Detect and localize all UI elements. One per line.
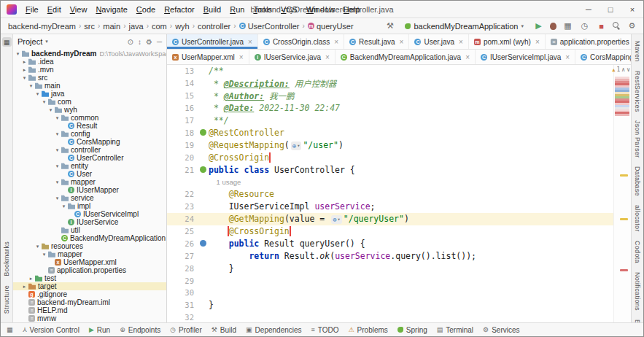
editor-tab-pom-xml-wyh[interactable]: mpom.xml (wyh)× [469, 34, 546, 49]
error-stripe-mark[interactable] [620, 218, 628, 220]
tree-item-controller[interactable]: ▾controller [13, 146, 166, 154]
tree-collapse-icon[interactable]: ▾ [54, 163, 61, 169]
tree-expand-icon[interactable]: ▸ [21, 284, 28, 290]
tree-collapse-icon[interactable]: ▾ [61, 204, 67, 209]
breadcrumb-item-usercontroller[interactable]: CUserController [238, 22, 301, 31]
menu-help[interactable]: Help [339, 1, 365, 18]
tree-item-usercontroller[interactable]: CUserController [13, 154, 166, 162]
tree-expand-icon[interactable]: ▸ [28, 276, 34, 282]
tree-item-main[interactable]: ▾main [13, 82, 166, 90]
settings-gear-icon[interactable]: ⚙ [626, 21, 637, 31]
error-stripe-mark[interactable] [620, 174, 628, 177]
tree-item-com[interactable]: ▾com [13, 98, 166, 106]
status-run[interactable]: ▶Run [89, 326, 110, 334]
tool-stripe-notifications[interactable]: Notifications [634, 272, 641, 311]
run-configuration-dropdown[interactable]: backendMyDreamApplication▾ [401, 20, 527, 32]
tool-stripe-bookmarks[interactable]: Bookmarks [3, 241, 10, 276]
prev-problem-icon[interactable]: ∧ [621, 66, 625, 73]
tree-item-mvn[interactable]: ▸.mvn [13, 66, 166, 74]
tree-collapse-icon[interactable]: ▾ [34, 91, 41, 97]
tree-item-src[interactable]: ▾src [13, 74, 166, 82]
status-spring[interactable]: Spring [397, 326, 427, 334]
status-version-control[interactable]: YVersion Control [23, 326, 79, 334]
tree-item-wyh[interactable]: ▾wyh [13, 106, 166, 114]
status-services[interactable]: ⚙Services [483, 326, 519, 334]
status-dependencies[interactable]: ▣Dependencies [246, 326, 301, 334]
chevron-down-icon[interactable]: ▾ [45, 39, 48, 44]
editor-tab-iuserservice-java[interactable]: IIUserService.java× [249, 50, 335, 64]
tab-close-icon[interactable]: × [325, 53, 330, 61]
editor-tab-iuserserviceimpl-java[interactable]: CIUserServiceImpl.java× [476, 50, 575, 64]
menu-edit[interactable]: Edit [43, 1, 66, 18]
tree-collapse-icon[interactable]: ▾ [54, 115, 61, 121]
tree-item-user[interactable]: CUser [13, 170, 166, 178]
tree-item-gitignore[interactable]: g.gitignore [13, 290, 166, 298]
tab-close-icon[interactable]: × [334, 38, 338, 46]
tree-item-service[interactable]: ▾service [13, 194, 166, 202]
url-inlay-icon[interactable]: ⊕▾ [331, 215, 342, 224]
inspections-widget[interactable]: ▲ 1 ∧ ∨ [612, 66, 630, 73]
tree-expand-icon[interactable]: ▸ [21, 59, 28, 65]
tool-stripe-allocator[interactable]: allocator [634, 205, 641, 232]
tree-item-help-md[interactable]: ≡HELP.md [13, 306, 166, 314]
tree-item-backend-mydream-iml[interactable]: ≡backend-myDream.iml [13, 298, 166, 306]
stop-icon[interactable]: ■ [596, 22, 607, 31]
editor-tab-user-java[interactable]: CUser.java× [409, 34, 469, 49]
next-problem-icon[interactable]: ∨ [626, 66, 630, 73]
tree-item-backend-mydream[interactable]: ▾backend-myDreamD:\Tools\JavaWorkSpace\b… [13, 50, 166, 58]
tree-item-target[interactable]: ▸target [13, 282, 166, 290]
breadcrumb-item-src[interactable]: src [82, 22, 96, 31]
tree-item-impl[interactable]: ▾impl [13, 202, 166, 210]
minimize-button[interactable]: ─ [578, 1, 600, 18]
tree-collapse-icon[interactable]: ▾ [47, 107, 54, 113]
status-todo[interactable]: ≡TODO [311, 326, 339, 334]
tab-close-icon[interactable]: × [239, 53, 244, 61]
tab-close-icon[interactable]: × [459, 38, 463, 46]
editor-tab-corsmapping-java[interactable]: CCorsMapping.java× [575, 50, 631, 64]
menu-vcs[interactable]: VCS [276, 1, 302, 18]
status-endpoints[interactable]: ⊕Endpoints [120, 326, 160, 334]
tab-close-icon[interactable]: × [535, 38, 540, 46]
breadcrumb-item-backend-mydream[interactable]: backend-myDream [7, 22, 77, 31]
usages-hint[interactable]: 1 usage [209, 178, 241, 186]
menu-view[interactable]: View [66, 1, 92, 18]
editor-tab-crossorigin-class[interactable]: CCrossOrigin.class× [258, 34, 344, 49]
window-layout-icon[interactable]: ▦ [7, 326, 13, 333]
breadcrumb-item-com[interactable]: com [150, 22, 168, 31]
tree-item-iuserserviceimpl[interactable]: CIUserServiceImpl [13, 210, 166, 218]
search-everywhere-icon[interactable] [613, 22, 621, 30]
tool-stripe-json-parser[interactable]: Json Parser [634, 120, 641, 158]
error-stripe-mark[interactable] [620, 269, 628, 271]
tool-stripe-structure[interactable]: Structure [3, 285, 10, 314]
tab-close-icon[interactable]: × [465, 53, 470, 61]
tree-item-entity[interactable]: ▾entity [13, 162, 166, 170]
tree-item-mapper[interactable]: ▾mapper [13, 250, 166, 258]
tree-expand-icon[interactable]: ▸ [21, 67, 28, 73]
coverage-icon[interactable]: ▦ [562, 21, 573, 31]
menu-refactor[interactable]: Refactor [160, 1, 199, 18]
tab-close-icon[interactable]: × [400, 38, 404, 46]
breadcrumb-item-controller[interactable]: controller [196, 22, 232, 31]
editor-tab-usercontroller-java[interactable]: CUserController.java× [167, 34, 258, 49]
maximize-button[interactable]: □ [600, 1, 621, 18]
tree-collapse-icon[interactable]: ▾ [34, 244, 41, 249]
editor-tab-application-properties[interactable]: ≡application.properties× [546, 34, 631, 49]
tree-item-iuserservice[interactable]: IIUserService [13, 218, 166, 226]
menu-window[interactable]: Window [302, 1, 339, 18]
menu-build[interactable]: Build [199, 1, 225, 18]
tab-close-icon[interactable]: × [248, 38, 252, 46]
tree-item-corsmapping[interactable]: CCorsMapping [13, 138, 166, 146]
breadcrumb-item-main[interactable]: main [101, 22, 122, 31]
tree-item-result[interactable]: CResult [13, 122, 166, 130]
status-problems[interactable]: ⚠Problems [349, 326, 388, 334]
tree-item-util[interactable]: util [13, 226, 166, 234]
tool-stripe-restservices[interactable]: RestServices [634, 71, 641, 112]
tree-item-java[interactable]: ▾java [13, 90, 166, 98]
menu-file[interactable]: File [21, 1, 43, 18]
breadcrumb-item-java[interactable]: java [127, 22, 144, 31]
debug-icon[interactable] [550, 23, 556, 30]
settings-gear-icon[interactable]: ⚙ [146, 38, 152, 46]
breadcrumb-item-wyh[interactable]: wyh [174, 22, 191, 31]
url-inlay-icon[interactable]: ⊕▾ [291, 142, 302, 150]
tree-item-config[interactable]: ▾config [13, 130, 166, 138]
